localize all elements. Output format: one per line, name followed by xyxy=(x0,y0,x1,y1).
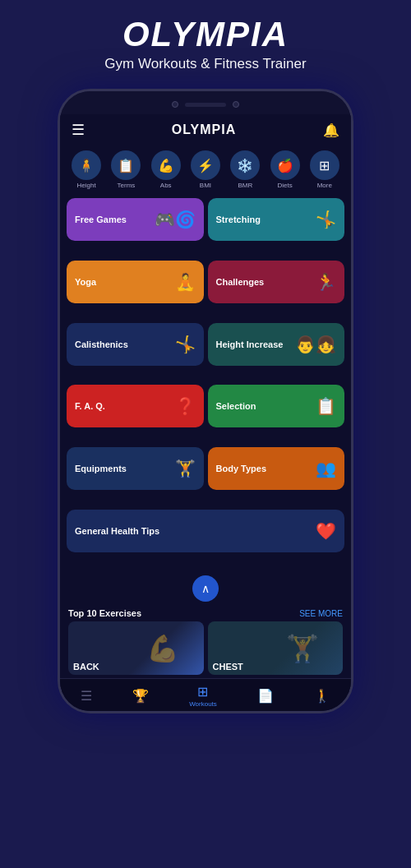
quick-icon-diets[interactable]: 🍎 Diets xyxy=(270,150,300,189)
quick-icon-abs[interactable]: 💪 Abs xyxy=(151,150,181,189)
challenges-icon: 🏃 xyxy=(316,272,336,292)
bottom-nav-trophy[interactable]: 🏆 xyxy=(132,688,149,704)
phone-speaker xyxy=(185,103,226,107)
selection-card[interactable]: Selection 📋 xyxy=(208,385,345,427)
free-games-label: Free Games xyxy=(75,215,127,224)
equipments-icon: 🏋️ xyxy=(175,459,196,478)
free-games-icon: 🎮🌀 xyxy=(155,210,196,229)
document-icon: 📄 xyxy=(257,688,274,704)
free-games-card[interactable]: Free Games 🎮🌀 xyxy=(67,198,204,241)
yoga-icon: 🧘 xyxy=(175,272,196,292)
exercises-title: Top 10 Exercises xyxy=(68,608,141,618)
general-health-icon: ❤️ xyxy=(316,521,336,541)
equipments-label: Equipments xyxy=(75,464,127,473)
profile-icon: 🚶 xyxy=(314,688,330,704)
phone-content: ☰ OLYMPIA 🔔 🧍 Height 📋 Terms 💪 Abs ⚡ BMI xyxy=(60,114,351,711)
back-exercise-card[interactable]: Back 💪 xyxy=(68,621,204,675)
quick-icon-bmr[interactable]: ❄️ BMR xyxy=(230,150,260,189)
challenges-label: Challenges xyxy=(216,277,265,287)
terms-icon-label: Terms xyxy=(118,182,136,189)
cards-grid: Free Games 🎮🌀 Stretching 🤸 Yoga 🧘 Challe… xyxy=(60,194,351,572)
scroll-up-section: ∧ xyxy=(60,572,351,605)
bmi-icon-circle: ⚡ xyxy=(191,150,220,180)
workouts-icon: ⊞ xyxy=(197,684,208,699)
bottom-nav-list[interactable]: ☰ xyxy=(81,688,92,704)
terms-icon-circle: 📋 xyxy=(111,150,141,180)
more-icon-circle: ⊞ xyxy=(310,150,339,180)
bmr-icon-circle: ❄️ xyxy=(230,150,260,180)
phone-camera xyxy=(172,101,178,108)
chest-exercise-label: Chest xyxy=(213,662,243,672)
equipments-card[interactable]: Equipments 🏋️ xyxy=(67,447,204,490)
bottom-nav: ☰ 🏆 ⊞ Workouts 📄 🚶 xyxy=(60,678,351,711)
bottom-nav-workouts[interactable]: ⊞ Workouts xyxy=(189,684,217,708)
general-health-label: General Health Tips xyxy=(75,526,159,536)
faq-card[interactable]: F. A. Q. ❓ xyxy=(67,385,204,427)
quick-icon-bmi[interactable]: ⚡ BMI xyxy=(191,150,220,189)
more-icon-label: More xyxy=(317,182,332,189)
diets-icon-circle: 🍎 xyxy=(270,150,300,180)
height-increase-card[interactable]: Height Increase 👨👧 xyxy=(208,323,345,366)
height-increase-label: Height Increase xyxy=(216,339,284,349)
height-increase-icon: 👨👧 xyxy=(295,335,336,354)
body-types-label: Body Types xyxy=(216,464,267,473)
chest-exercise-bg: 🏋️ xyxy=(261,621,343,675)
height-icon-label: Height xyxy=(77,182,96,189)
back-exercise-label: Back xyxy=(73,662,99,672)
challenges-card[interactable]: Challenges 🏃 xyxy=(208,261,345,303)
stretching-label: Stretching xyxy=(216,215,261,224)
faq-icon: ❓ xyxy=(175,396,196,416)
calisthenics-icon: 🤸 xyxy=(175,335,196,354)
diets-icon-label: Diets xyxy=(277,182,292,189)
exercises-header: Top 10 Exercises SEE MORE xyxy=(68,608,343,618)
calisthenics-label: Calisthenics xyxy=(75,339,128,349)
app-subtitle: Gym Workouts & Fitness Trainer xyxy=(8,56,403,72)
phone-frame: ☰ OLYMPIA 🔔 🧍 Height 📋 Terms 💪 Abs ⚡ BMI xyxy=(58,89,353,713)
selection-icon: 📋 xyxy=(316,396,336,416)
exercise-cards-row: Back 💪 Chest 🏋️ xyxy=(68,621,343,675)
nav-bar: ☰ OLYMPIA 🔔 xyxy=(60,114,351,145)
exercises-section: Top 10 Exercises SEE MORE Back 💪 Chest 🏋… xyxy=(60,605,351,678)
see-more-button[interactable]: SEE MORE xyxy=(299,609,343,618)
bmr-icon-label: BMR xyxy=(238,182,252,189)
yoga-label: Yoga xyxy=(75,277,96,287)
quick-icon-terms[interactable]: 📋 Terms xyxy=(111,150,141,189)
list-icon: ☰ xyxy=(81,688,92,704)
calisthenics-card[interactable]: Calisthenics 🤸 xyxy=(67,323,204,366)
stretching-icon: 🤸 xyxy=(316,210,336,229)
workouts-label: Workouts xyxy=(189,700,217,708)
phone-notch xyxy=(60,91,351,114)
chevron-up-icon: ∧ xyxy=(201,582,210,595)
faq-label: F. A. Q. xyxy=(75,401,105,411)
stretching-card[interactable]: Stretching 🤸 xyxy=(208,198,345,241)
selection-label: Selection xyxy=(216,401,256,411)
bottom-nav-profile[interactable]: 🚶 xyxy=(314,688,330,704)
hamburger-menu[interactable]: ☰ xyxy=(72,121,85,139)
body-types-icon: 👥 xyxy=(316,459,336,478)
general-health-card[interactable]: General Health Tips ❤️ xyxy=(67,510,344,552)
app-header: OLYMPIA Gym Workouts & Fitness Trainer xyxy=(0,0,411,81)
bmi-icon-label: BMI xyxy=(200,182,211,189)
trophy-icon: 🏆 xyxy=(132,688,149,704)
bell-icon[interactable]: 🔔 xyxy=(323,122,339,138)
abs-icon-label: Abs xyxy=(160,182,172,189)
nav-logo: OLYMPIA xyxy=(172,122,236,137)
quick-icons-row: 🧍 Height 📋 Terms 💪 Abs ⚡ BMI ❄️ BMR 🍎 xyxy=(60,145,351,194)
back-exercise-bg: 💪 xyxy=(122,621,204,675)
scroll-up-button[interactable]: ∧ xyxy=(192,575,219,602)
yoga-card[interactable]: Yoga 🧘 xyxy=(67,261,204,303)
phone-camera-2 xyxy=(233,101,239,108)
quick-icon-more[interactable]: ⊞ More xyxy=(310,150,339,189)
body-types-card[interactable]: Body Types 👥 xyxy=(208,447,345,490)
app-title: OLYMPIA xyxy=(8,15,403,54)
quick-icon-height[interactable]: 🧍 Height xyxy=(72,150,101,189)
abs-icon-circle: 💪 xyxy=(151,150,181,180)
height-icon-circle: 🧍 xyxy=(72,150,101,180)
bottom-nav-document[interactable]: 📄 xyxy=(257,688,274,704)
chest-exercise-card[interactable]: Chest 🏋️ xyxy=(208,621,344,675)
